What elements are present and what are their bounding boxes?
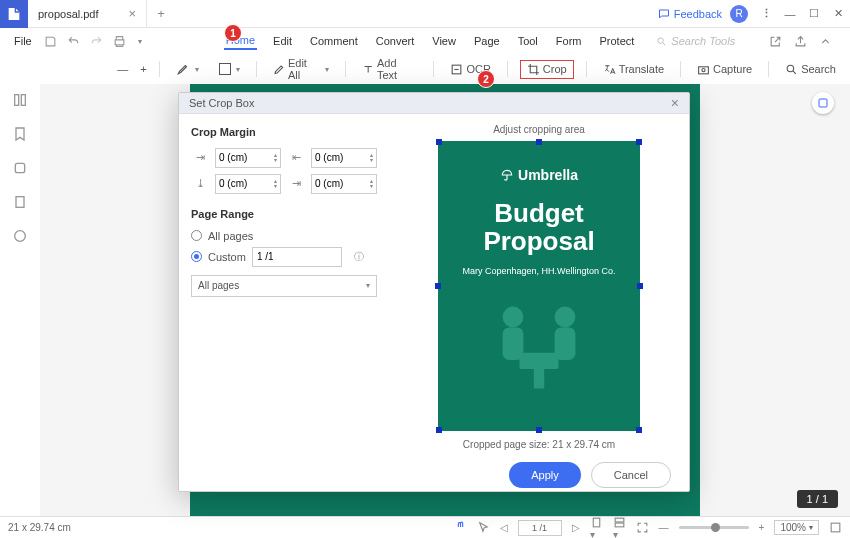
menubar: File ▾ Home Edit Comment Convert View Pa… [0, 28, 850, 54]
search-tools-input[interactable]: Search Tools [656, 35, 735, 47]
next-page-icon[interactable]: ▷ [572, 522, 580, 533]
margin-left-input[interactable]: ▴▾ [311, 148, 377, 168]
document-tab-label: proposal.pdf [38, 8, 99, 20]
svg-rect-20 [831, 523, 840, 532]
crop-handle-ml[interactable] [435, 283, 441, 289]
zoom-value[interactable]: 100%▾ [774, 520, 819, 535]
margin-left-icon: ⇤ [287, 151, 305, 164]
minimize-icon[interactable]: — [778, 4, 802, 24]
document-tab[interactable]: proposal.pdf × [28, 0, 147, 28]
dialog-title: Set Crop Box [189, 97, 254, 109]
translate-button[interactable]: Translate [599, 61, 668, 78]
crop-handle-bl[interactable] [436, 427, 442, 433]
svg-rect-15 [520, 353, 559, 369]
edit-all-button[interactable]: Edit All▾ [269, 55, 333, 83]
share-icon[interactable] [794, 35, 807, 48]
file-menu[interactable]: File [8, 35, 38, 47]
dialog-left-panel: Crop Margin ⇥ ▴▾ ⇤ ▴▾ ⤓ ▴▾ ⇥ ▴▾ Page Ran… [179, 114, 389, 460]
search-button[interactable]: Search [781, 61, 840, 78]
tab-convert[interactable]: Convert [374, 33, 417, 49]
attachments-icon[interactable] [12, 160, 28, 176]
tab-view[interactable]: View [430, 33, 458, 49]
crop-handle-br[interactable] [636, 427, 642, 433]
apply-button[interactable]: Apply [509, 462, 581, 488]
print-icon[interactable] [113, 35, 126, 48]
tab-close-icon[interactable]: × [129, 6, 137, 21]
custom-range-input[interactable] [252, 247, 342, 267]
tab-form[interactable]: Form [554, 33, 584, 49]
all-pages-radio[interactable]: All pages [191, 230, 377, 242]
view-continuous-icon[interactable]: ▾ [613, 516, 626, 539]
zoom-out-status-icon[interactable]: — [659, 522, 669, 533]
open-external-icon[interactable] [769, 35, 782, 48]
tab-add-icon[interactable]: + [147, 6, 175, 21]
crop-preview[interactable]: Umbrella Budget Proposal Mary Copenhagen… [438, 141, 640, 431]
capture-label: Capture [713, 63, 752, 75]
collapse-ribbon-icon[interactable] [819, 35, 832, 48]
cancel-button[interactable]: Cancel [591, 462, 671, 488]
tab-page[interactable]: Page [472, 33, 502, 49]
info-icon[interactable]: ⓘ [354, 250, 364, 264]
bookmarks-icon[interactable] [12, 126, 28, 142]
svg-rect-17 [593, 518, 600, 527]
svg-rect-18 [615, 518, 624, 522]
highlighter-tool[interactable]: ▾ [172, 60, 203, 78]
feedback-label: Feedback [674, 8, 722, 20]
crop-handle-tr[interactable] [636, 139, 642, 145]
capture-button[interactable]: Capture [693, 61, 756, 78]
fullscreen-icon[interactable] [636, 521, 649, 534]
thumbnails-icon[interactable] [12, 92, 28, 108]
dialog-close-icon[interactable]: × [671, 95, 679, 111]
margin-top-input[interactable]: ▴▾ [215, 148, 281, 168]
fit-page-icon[interactable] [829, 521, 842, 534]
floating-action-icon[interactable] [812, 92, 834, 114]
zoom-out-icon[interactable]: — [117, 63, 128, 75]
qa-dropdown-icon[interactable]: ▾ [138, 37, 142, 46]
redo-icon[interactable] [90, 35, 103, 48]
svg-point-13 [555, 307, 576, 328]
save-icon[interactable] [44, 35, 57, 48]
crop-handle-tl[interactable] [436, 139, 442, 145]
tab-protect[interactable]: Protect [597, 33, 636, 49]
zoom-in-icon[interactable]: + [140, 63, 146, 75]
margin-bottom-input[interactable]: ▴▾ [215, 174, 281, 194]
margin-right-input[interactable]: ▴▾ [311, 174, 377, 194]
svg-rect-6 [21, 95, 25, 106]
shape-tool[interactable]: ▾ [215, 61, 244, 77]
margin-bottom-icon: ⤓ [191, 177, 209, 190]
more-icon[interactable]: ⋮ [754, 4, 778, 24]
preview-title: Budget Proposal [483, 199, 594, 256]
add-text-button[interactable]: Add Text [358, 55, 422, 83]
zoom-in-status-icon[interactable]: + [759, 522, 765, 533]
all-pages-label: All pages [208, 230, 253, 242]
prev-page-icon[interactable]: ◁ [500, 522, 508, 533]
select-tool-icon[interactable] [477, 521, 490, 534]
view-single-icon[interactable]: ▾ [590, 516, 603, 539]
tab-tool[interactable]: Tool [516, 33, 540, 49]
svg-rect-5 [15, 95, 19, 106]
page-range-select[interactable]: All pages ▾ [191, 275, 377, 297]
maximize-icon[interactable]: ☐ [802, 4, 826, 24]
statusbar: 21 x 29.74 cm ◁ 1 /1 ▷ ▾ ▾ — + 100%▾ [0, 516, 850, 538]
layers-icon[interactable] [12, 194, 28, 210]
crop-handle-mr[interactable] [637, 283, 643, 289]
comments-icon[interactable] [12, 228, 28, 244]
tab-edit[interactable]: Edit [271, 33, 294, 49]
zoom-slider[interactable] [679, 526, 749, 529]
crop-handle-tm[interactable] [536, 139, 542, 145]
custom-range-radio[interactable]: Custom ⓘ [191, 247, 377, 267]
feedback-button[interactable]: Feedback [658, 8, 722, 20]
crop-button[interactable]: Crop [520, 60, 574, 79]
crop-handle-bm[interactable] [536, 427, 542, 433]
page-number-input[interactable]: 1 /1 [518, 520, 562, 536]
hand-tool-icon[interactable] [454, 521, 467, 534]
tab-comment[interactable]: Comment [308, 33, 360, 49]
undo-icon[interactable] [67, 35, 80, 48]
page-dimensions: 21 x 29.74 cm [8, 522, 71, 533]
toolbar: — + ▾ ▾ Edit All▾ Add Text OCR Crop Tran… [0, 54, 850, 84]
crop-margin-heading: Crop Margin [191, 126, 377, 138]
page-range-heading: Page Range [191, 208, 377, 220]
main-tabs: Home Edit Comment Convert View Page Tool… [224, 32, 637, 50]
user-avatar[interactable]: R [730, 5, 748, 23]
close-icon[interactable]: ✕ [826, 4, 850, 24]
